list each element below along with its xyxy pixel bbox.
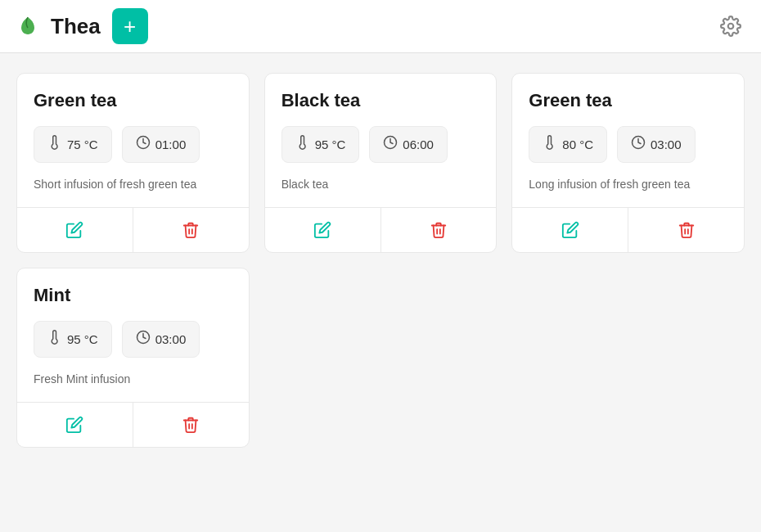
card-badges: 75 °C 01:00	[34, 126, 232, 163]
logo-icon	[16, 15, 39, 38]
card-description: Fresh Mint infusion	[34, 372, 232, 385]
plus-icon: +	[124, 16, 136, 37]
edit-icon	[313, 221, 331, 239]
app-title: Thea	[51, 14, 101, 39]
card-badges: 95 °C 06:00	[281, 126, 480, 163]
svg-point-0	[728, 24, 734, 29]
card-badges: 80 °C 03:00	[529, 126, 727, 163]
main-content: Green tea 75 °C	[0, 53, 761, 467]
time-badge: 03:00	[617, 126, 696, 163]
time-value: 01:00	[155, 138, 187, 151]
card-green-tea-1: Green tea 75 °C	[16, 73, 250, 253]
delete-icon	[430, 221, 448, 239]
card-footer	[512, 207, 744, 252]
temperature-badge: 95 °C	[281, 126, 360, 163]
temperature-badge: 95 °C	[34, 321, 112, 358]
time-value: 03:00	[155, 332, 187, 346]
card-title: Green tea	[34, 90, 232, 111]
edit-button[interactable]	[17, 403, 133, 447]
temperature-value: 95 °C	[315, 138, 346, 151]
edit-icon	[65, 221, 83, 239]
delete-icon	[182, 221, 200, 239]
add-button[interactable]: +	[112, 8, 148, 44]
delete-button[interactable]	[628, 208, 744, 252]
card-body: Black tea 95 °C	[265, 74, 497, 207]
delete-icon	[182, 416, 200, 434]
delete-button[interactable]	[133, 208, 249, 252]
settings-button[interactable]	[717, 12, 745, 40]
time-badge: 01:00	[122, 126, 200, 163]
thermometer-icon	[295, 135, 310, 154]
card-footer	[17, 402, 249, 447]
temperature-value: 75 °C	[67, 138, 98, 151]
thermometer-icon	[47, 330, 62, 349]
cards-grid: Green tea 75 °C	[16, 73, 745, 448]
card-body: Green tea 75 °C	[17, 74, 249, 207]
edit-icon	[65, 416, 83, 434]
card-footer	[265, 207, 497, 252]
header-left: Thea +	[16, 8, 148, 44]
delete-button[interactable]	[133, 403, 249, 447]
clock-icon	[136, 135, 151, 154]
thermometer-icon	[47, 135, 62, 154]
card-body: Mint 95 °C	[17, 268, 249, 402]
card-title: Black tea	[281, 90, 480, 111]
temperature-badge: 80 °C	[529, 126, 607, 163]
card-title: Green tea	[529, 90, 727, 111]
card-body: Green tea 80 °C	[512, 74, 744, 207]
thermometer-icon	[543, 135, 557, 154]
clock-icon	[383, 135, 398, 154]
card-footer	[17, 207, 249, 252]
header: Thea +	[0, 0, 761, 53]
time-badge: 03:00	[122, 321, 200, 358]
card-description: Black tea	[281, 178, 480, 191]
time-badge: 06:00	[369, 126, 448, 163]
delete-button[interactable]	[380, 208, 497, 252]
edit-button[interactable]	[512, 208, 628, 252]
delete-icon	[678, 221, 696, 239]
card-title: Mint	[34, 285, 232, 306]
edit-button[interactable]	[17, 208, 133, 252]
card-description: Short infusion of fresh green tea	[34, 178, 232, 191]
card-badges: 95 °C 03:00	[34, 321, 232, 358]
card-black-tea: Black tea 95 °C	[264, 73, 498, 253]
card-mint: Mint 95 °C	[16, 268, 250, 448]
temperature-badge: 75 °C	[34, 126, 112, 163]
gear-icon	[720, 16, 741, 37]
time-value: 03:00	[651, 138, 682, 151]
edit-icon	[561, 221, 579, 239]
temperature-value: 80 °C	[562, 138, 593, 151]
temperature-value: 95 °C	[67, 332, 98, 346]
edit-button[interactable]	[265, 208, 380, 252]
clock-icon	[631, 135, 646, 154]
card-green-tea-2: Green tea 80 °C	[511, 73, 745, 253]
card-description: Long infusion of fresh green tea	[529, 178, 727, 191]
clock-icon	[136, 330, 151, 349]
time-value: 06:00	[403, 138, 434, 151]
